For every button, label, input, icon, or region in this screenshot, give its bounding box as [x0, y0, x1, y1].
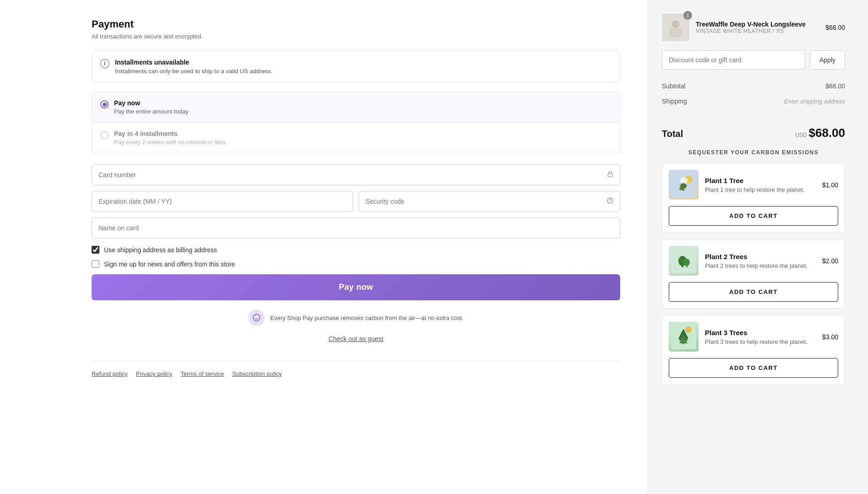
pay-installments-label: Pay in 4 installments — [114, 130, 226, 137]
carbon-info-3: Plant 3 Trees Plant 3 trees to help rest… — [705, 329, 816, 345]
svg-point-2 — [610, 202, 611, 202]
newsletter-checkbox[interactable] — [92, 260, 99, 268]
pay-now-option[interactable]: Pay now Pay the entire amount today — [92, 92, 620, 123]
carbon-card-1: Plant 1 Tree Plant 1 tree to help restor… — [662, 163, 845, 233]
carbon-img-1 — [669, 170, 699, 200]
carbon-img-3 — [669, 322, 699, 352]
pay-now-sublabel: Pay the entire amount today — [114, 108, 189, 115]
pay-installments-sublabel: Pay every 2 weeks with no interest or fe… — [114, 139, 226, 146]
product-quantity-badge: 1 — [683, 11, 692, 20]
terms-link[interactable]: Terms of service — [180, 370, 224, 377]
pay-now-label: Pay now — [114, 99, 189, 107]
discount-input[interactable] — [662, 50, 805, 70]
pay-now-content: Pay now Pay the entire amount today — [114, 99, 189, 115]
expiry-wrapper — [92, 191, 353, 212]
carbon-desc-1: Plant 1 tree to help restore the planet. — [705, 186, 816, 193]
card-number-wrapper — [92, 164, 620, 185]
shop-pay-text: Every Shop Pay purchase removes carbon f… — [270, 315, 464, 321]
name-wrapper — [92, 217, 620, 239]
shipping-row: Shipping Enter shipping address — [662, 94, 845, 109]
carbon-name-3: Plant 3 Trees — [705, 329, 816, 337]
carbon-card-3: Plant 3 Trees Plant 3 trees to help rest… — [662, 315, 845, 385]
svg-point-6 — [672, 21, 679, 28]
newsletter-row: Sign me up for news and offers from this… — [92, 260, 620, 268]
carbon-card-3-body: Plant 3 Trees Plant 3 trees to help rest… — [662, 315, 845, 358]
carbon-card-2-body: Plant 2 Trees Plant 2 trees to help rest… — [662, 239, 845, 282]
product-name: TreeWaffle Deep V-Neck Longsleeve — [696, 21, 819, 28]
shop-pay-notice: Every Shop Pay purchase removes carbon f… — [92, 309, 620, 326]
installments-unavailable-box: i Installments unavailable Installments … — [92, 51, 620, 82]
expiry-security-row — [92, 191, 620, 212]
name-input[interactable] — [92, 217, 620, 239]
security-input[interactable] — [359, 191, 620, 212]
pay-now-button[interactable]: Pay now — [92, 274, 620, 300]
carbon-section-title: SEQUESTER YOUR CARBON EMISSIONS — [662, 149, 845, 156]
card-number-input[interactable] — [92, 164, 620, 185]
guest-checkout-link[interactable]: Check out as guest — [92, 335, 620, 342]
pay-installments-radio[interactable] — [100, 131, 109, 139]
carbon-name-2: Plant 2 Trees — [705, 253, 816, 261]
add-to-cart-1[interactable]: ADD TO CART — [669, 206, 838, 226]
lock-icon — [606, 170, 614, 179]
product-image-wrap: 1 — [662, 14, 689, 41]
carbon-desc-2: Plant 2 trees to help restore the planet… — [705, 262, 816, 269]
newsletter-label[interactable]: Sign me up for news and offers from this… — [104, 261, 235, 268]
total-label: Total — [662, 129, 683, 139]
info-box-content: Installments unavailable Installments ca… — [115, 59, 273, 75]
svg-point-20 — [685, 326, 692, 333]
carbon-desc-3: Plant 3 trees to help restore the planet… — [705, 338, 816, 345]
security-wrapper — [359, 191, 620, 212]
pay-installments-option[interactable]: Pay in 4 installments Pay every 2 weeks … — [92, 123, 620, 153]
subtotal-row: Subtotal $68.00 — [662, 79, 845, 94]
add-to-cart-3[interactable]: ADD TO CART — [669, 358, 838, 378]
card-fields — [92, 164, 620, 239]
billing-address-label[interactable]: Use shipping address as billing address — [104, 246, 217, 254]
total-currency: USD — [795, 132, 807, 138]
shipping-label: Shipping — [662, 98, 687, 105]
product-info: TreeWaffle Deep V-Neck Longsleeve VINTAG… — [696, 21, 819, 34]
installments-title: Installments unavailable — [115, 59, 273, 66]
apply-button[interactable]: Apply — [810, 50, 845, 70]
expiration-input[interactable] — [92, 191, 353, 212]
shop-pay-icon — [248, 309, 265, 326]
total-value-wrap: USD $68.00 — [795, 126, 845, 140]
page-wrapper: Payment All transactions are secure and … — [0, 0, 868, 494]
carbon-price-3: $3.00 — [822, 333, 838, 341]
carbon-info-1: Plant 1 Tree Plant 1 tree to help restor… — [705, 177, 816, 193]
payment-options: Pay now Pay the entire amount today Pay … — [92, 92, 620, 153]
product-variant: VINTAGE WHITE HEATHER / XS — [696, 28, 819, 34]
refund-policy-link[interactable]: Refund policy — [92, 370, 128, 377]
question-icon — [606, 197, 614, 206]
subtotal-label: Subtotal — [662, 82, 685, 90]
shipping-value: Enter shipping address — [784, 98, 845, 105]
pay-now-radio[interactable] — [100, 100, 109, 109]
subtotal-value: $68.00 — [825, 82, 845, 90]
product-row: 1 TreeWaffle Deep V-Neck Longsleeve VINT… — [662, 14, 845, 41]
svg-point-10 — [680, 177, 688, 184]
payment-title: Payment — [92, 18, 620, 30]
info-icon: i — [100, 59, 109, 68]
totals-section: Subtotal $68.00 Shipping Enter shipping … — [662, 79, 845, 109]
svg-point-18 — [683, 259, 690, 266]
left-panel: Payment All transactions are secure and … — [0, 0, 648, 494]
installments-text: Installments can only be used to ship to… — [115, 68, 273, 75]
privacy-policy-link[interactable]: Privacy policy — [136, 370, 172, 377]
payment-subtitle: All transactions are secure and encrypte… — [92, 33, 620, 40]
discount-row: Apply — [662, 50, 845, 70]
svg-rect-7 — [670, 28, 682, 37]
billing-address-checkbox[interactable] — [92, 246, 99, 254]
svg-point-13 — [679, 187, 684, 190]
product-price: $68.00 — [825, 24, 845, 31]
svg-rect-0 — [608, 174, 612, 177]
carbon-price-1: $1.00 — [822, 181, 838, 189]
pay-installments-content: Pay in 4 installments Pay every 2 weeks … — [114, 130, 226, 146]
add-to-cart-2[interactable]: ADD TO CART — [669, 282, 838, 302]
carbon-card-2: Plant 2 Trees Plant 2 trees to help rest… — [662, 239, 845, 309]
carbon-info-2: Plant 2 Trees Plant 2 trees to help rest… — [705, 253, 816, 269]
subscription-policy-link[interactable]: Subscription policy — [232, 370, 282, 377]
carbon-card-1-body: Plant 1 Tree Plant 1 tree to help restor… — [662, 163, 845, 206]
carbon-name-1: Plant 1 Tree — [705, 177, 816, 185]
carbon-img-2 — [669, 246, 699, 276]
total-amount: $68.00 — [808, 126, 845, 140]
carbon-price-2: $2.00 — [822, 257, 838, 265]
